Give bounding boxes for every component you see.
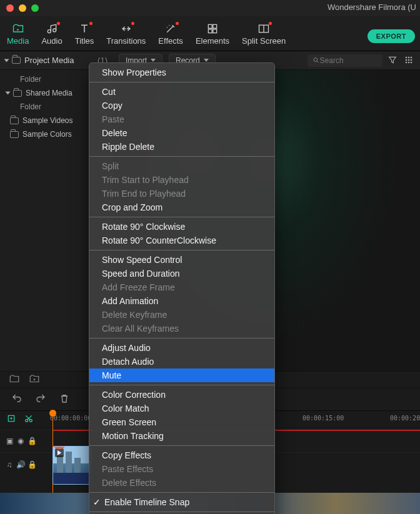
track-lock-icon[interactable]: 🔒 — [26, 460, 38, 469]
track-visibility-icon[interactable]: ◉ — [15, 437, 26, 445]
menu-item-color-match[interactable]: Color Match — [89, 402, 274, 415]
svg-point-7 — [314, 58, 318, 62]
tab-split-screen[interactable]: Split Screen — [240, 21, 288, 47]
ruler-mark: 00:00:00:00 — [50, 415, 91, 422]
svg-rect-2 — [208, 24, 212, 28]
tab-audio[interactable]: Audio — [39, 21, 64, 47]
export-button[interactable]: EXPORT — [368, 29, 415, 43]
menu-item-copy[interactable]: Copy — [89, 99, 274, 112]
track-toggle-icon[interactable]: ▣ — [4, 437, 15, 445]
undo-button[interactable] — [11, 393, 22, 406]
menu-item-detach-audio[interactable]: Detach Audio — [89, 355, 274, 368]
track-mute-icon[interactable]: 🔊 — [15, 460, 26, 469]
chevron-down-icon — [204, 59, 209, 62]
ruler-mark: 00:00:20 — [390, 415, 420, 422]
menu-item-show-speed-control[interactable]: Show Speed Control — [89, 253, 274, 267]
redo-button[interactable] — [35, 393, 46, 406]
svg-point-14 — [406, 61, 408, 63]
menu-item-add-freeze-frame: Add Freeze Frame — [89, 280, 274, 294]
ruler-mark: 00:00:15:00 — [302, 415, 344, 422]
svg-point-16 — [411, 61, 412, 63]
menu-item-enable-timeline-snap[interactable]: Enable Timeline Snap — [89, 495, 274, 509]
sidebar-item-label: Sample Videos — [22, 116, 73, 125]
svg-point-15 — [408, 61, 410, 63]
folder-film-icon — [12, 22, 24, 35]
split-screen-icon — [258, 22, 270, 35]
tab-elements[interactable]: Elements — [194, 21, 231, 47]
menu-item-motion-tracking[interactable]: Motion Tracking — [89, 429, 274, 443]
music-note-icon — [46, 22, 58, 35]
menu-item-add-animation[interactable]: Add Animation — [89, 294, 274, 308]
tab-label: Transitions — [106, 36, 146, 46]
menu-item-adjust-audio[interactable]: Adjust Audio — [89, 341, 274, 355]
track-lock-icon[interactable]: 🔒 — [26, 437, 38, 445]
timeline-clip[interactable] — [52, 446, 91, 485]
menu-item-mute[interactable]: Mute — [89, 368, 274, 382]
svg-point-9 — [408, 56, 410, 58]
menu-separator — [89, 338, 274, 339]
menu-item-paste-effects: Paste Effects — [89, 462, 274, 476]
new-indicator-dot — [57, 22, 60, 25]
app-title: Wondershare Filmora (U — [328, 2, 416, 12]
menu-item-copy-effects[interactable]: Copy Effects — [89, 448, 274, 462]
minimize-window-button[interactable] — [19, 4, 26, 12]
menu-separator — [89, 445, 274, 446]
menu-item-trim-start-to-playhead: Trim Start to Playhead — [89, 173, 274, 187]
menu-item-split: Split — [89, 159, 274, 173]
tab-media[interactable]: Media — [5, 21, 31, 47]
svg-point-0 — [48, 30, 51, 33]
tab-titles[interactable]: Titles — [73, 21, 96, 47]
tab-label: Media — [7, 36, 29, 46]
chevron-down-icon — [151, 59, 156, 62]
svg-point-8 — [406, 56, 408, 58]
play-badge-icon — [55, 448, 64, 457]
menu-item-ripple-delete[interactable]: Ripple Delete — [89, 140, 274, 154]
folder-icon — [13, 90, 22, 97]
menu-item-delete[interactable]: Delete — [89, 126, 274, 140]
new-indicator-dot — [131, 22, 134, 25]
svg-point-10 — [411, 56, 412, 58]
menu-item-clear-all-keyframes: Clear All Keyframes — [89, 322, 274, 335]
svg-point-12 — [408, 59, 410, 61]
tab-effects[interactable]: Effects — [156, 21, 185, 47]
tab-transitions[interactable]: Transitions — [104, 21, 148, 47]
close-window-button[interactable] — [6, 4, 14, 12]
new-folder-icon[interactable] — [29, 373, 40, 387]
context-menu: Show PropertiesCutCopyPasteDeleteRipple … — [89, 62, 275, 514]
svg-rect-4 — [208, 29, 212, 33]
delete-button[interactable] — [59, 393, 70, 406]
transitions-icon — [120, 22, 132, 35]
tab-label: Effects — [158, 36, 183, 46]
menu-item-speed-and-duration[interactable]: Speed and Duration — [89, 267, 274, 280]
search-input[interactable] — [320, 56, 378, 65]
maximize-window-button[interactable] — [31, 4, 39, 12]
new-indicator-dot — [176, 22, 179, 25]
folder-icon — [12, 57, 21, 64]
filter-icon[interactable] — [388, 55, 399, 66]
cut-tool-icon[interactable] — [24, 413, 34, 425]
svg-point-13 — [411, 59, 412, 61]
menu-item-cut[interactable]: Cut — [89, 85, 274, 99]
project-media-label: Project Media — [24, 56, 74, 65]
sidebar-item-label: Folder — [20, 75, 41, 84]
window-controls — [6, 4, 39, 12]
track-music-icon[interactable]: ♫ — [4, 460, 15, 469]
marker-add-icon[interactable] — [6, 413, 16, 425]
menu-item-color-correction[interactable]: Color Correction — [89, 388, 274, 402]
svg-rect-5 — [213, 29, 217, 33]
elements-icon — [206, 22, 219, 35]
main-toolbar: Media Audio Titles Transitions Effects — [0, 16, 420, 51]
menu-item-crop-and-zoom[interactable]: Crop and Zoom — [89, 200, 274, 214]
add-folder-icon[interactable] — [9, 373, 20, 387]
menu-item-paste: Paste — [89, 112, 274, 126]
menu-item-delete-effects: Delete Effects — [89, 476, 274, 490]
menu-item-rotate-90-counterclockwise[interactable]: Rotate 90° CounterClockwise — [89, 234, 274, 247]
search-box[interactable] — [308, 54, 382, 67]
menu-item-rotate-90-clockwise[interactable]: Rotate 90° Clockwise — [89, 220, 274, 234]
grid-view-icon[interactable] — [404, 55, 415, 66]
tab-label: Elements — [196, 36, 229, 46]
sidebar-item-label: Sample Colors — [22, 130, 72, 139]
menu-item-show-properties[interactable]: Show Properties — [89, 66, 274, 79]
menu-item-green-screen[interactable]: Green Screen — [89, 415, 274, 429]
menu-separator — [89, 156, 274, 157]
